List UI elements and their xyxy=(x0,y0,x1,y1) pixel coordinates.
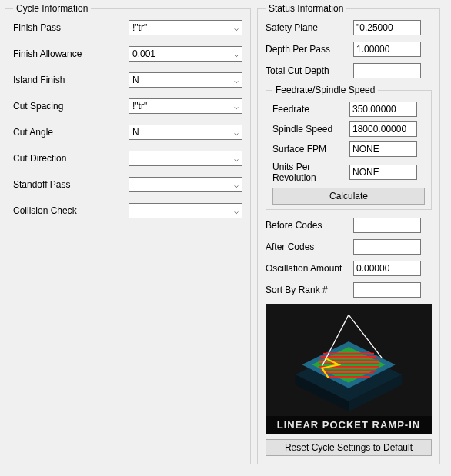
chevron-down-icon: ⌵ xyxy=(234,24,239,32)
cycle-information-legend: Cycle Information xyxy=(13,3,91,14)
finish-pass-label: Finish Pass xyxy=(13,22,129,33)
island-finish-label: Island Finish xyxy=(13,75,129,85)
chevron-down-icon: ⌵ xyxy=(234,181,239,189)
feedrate-spindle-group: Feedrate/Spindle Speed Feedrate 350.0000… xyxy=(266,85,432,210)
oscillation-amount-input[interactable]: 0.00000 xyxy=(353,261,421,276)
chevron-down-icon: ⌵ xyxy=(234,50,239,58)
island-finish-value: N xyxy=(132,75,139,85)
finish-allowance-value: 0.001 xyxy=(132,48,155,59)
cut-direction-label: Cut Direction xyxy=(13,153,129,164)
after-codes-label: After Codes xyxy=(266,241,353,252)
feedrate-label: Feedrate xyxy=(272,104,349,115)
oscillation-amount-label: Oscillation Amount xyxy=(266,263,353,274)
collision-check-label: Collision Check xyxy=(13,205,129,216)
cut-direction-combo[interactable]: ⌵ xyxy=(129,151,242,166)
chevron-down-icon: ⌵ xyxy=(234,207,239,215)
cycle-information-group: Cycle Information Finish Pass !"tr" ⌵ Fi… xyxy=(5,3,251,464)
before-codes-label: Before Codes xyxy=(266,220,353,231)
standoff-pass-label: Standoff Pass xyxy=(13,179,129,190)
depth-per-pass-input[interactable]: 1.00000 xyxy=(353,42,421,57)
finish-pass-value: !"tr" xyxy=(132,22,147,33)
before-codes-input[interactable] xyxy=(353,218,421,233)
collision-check-combo[interactable]: ⌵ xyxy=(129,203,242,218)
units-per-rev-label: Units Per Revolution xyxy=(272,161,349,183)
status-information-group: Status Information Safety Plane "0.25000… xyxy=(257,3,440,464)
after-codes-input[interactable] xyxy=(353,239,421,255)
calculate-button[interactable]: Calculate xyxy=(272,188,425,205)
finish-allowance-combo[interactable]: 0.001 ⌵ xyxy=(129,46,242,62)
safety-plane-label: Safety Plane xyxy=(266,22,353,33)
island-finish-combo[interactable]: N ⌵ xyxy=(129,72,242,88)
depth-per-pass-label: Depth Per Pass xyxy=(266,44,353,55)
safety-plane-input[interactable]: "0.25000 xyxy=(353,20,421,35)
total-cut-depth-input[interactable] xyxy=(353,63,421,78)
finish-allowance-label: Finish Allowance xyxy=(13,48,129,59)
status-information-legend: Status Information xyxy=(266,3,346,14)
cut-spacing-value: !"tr" xyxy=(132,101,147,112)
chevron-down-icon: ⌵ xyxy=(234,102,239,111)
preview-caption: LINEAR POCKET RAMP-IN xyxy=(266,416,432,434)
standoff-pass-combo[interactable]: ⌵ xyxy=(129,177,242,192)
chevron-down-icon: ⌵ xyxy=(234,76,239,85)
cut-spacing-combo[interactable]: !"tr" ⌵ xyxy=(129,98,242,114)
sort-by-rank-input[interactable] xyxy=(353,282,421,298)
units-per-rev-input[interactable]: NONE xyxy=(349,165,417,180)
spindle-speed-input[interactable]: 18000.00000 xyxy=(349,121,417,137)
finish-pass-combo[interactable]: !"tr" ⌵ xyxy=(129,20,242,35)
cut-spacing-label: Cut Spacing xyxy=(13,101,129,112)
spindle-speed-label: Spindle Speed xyxy=(272,124,349,135)
cut-angle-combo[interactable]: N ⌵ xyxy=(129,125,242,140)
chevron-down-icon: ⌵ xyxy=(234,128,239,137)
cut-angle-label: Cut Angle xyxy=(13,127,129,138)
feedrate-spindle-legend: Feedrate/Spindle Speed xyxy=(272,85,378,95)
feedrate-input[interactable]: 350.00000 xyxy=(349,102,417,117)
cycle-preview-image: LINEAR POCKET RAMP-IN xyxy=(266,304,432,434)
surface-fpm-label: Surface FPM xyxy=(272,144,349,155)
surface-fpm-input[interactable]: NONE xyxy=(349,141,417,157)
sort-by-rank-label: Sort By Rank # xyxy=(266,285,353,295)
chevron-down-icon: ⌵ xyxy=(234,155,239,163)
cut-angle-value: N xyxy=(132,127,139,138)
linear-pocket-ramp-in-icon xyxy=(279,311,418,411)
reset-cycle-settings-button[interactable]: Reset Cycle Settings to Default xyxy=(266,439,432,456)
total-cut-depth-label: Total Cut Depth xyxy=(266,65,353,76)
